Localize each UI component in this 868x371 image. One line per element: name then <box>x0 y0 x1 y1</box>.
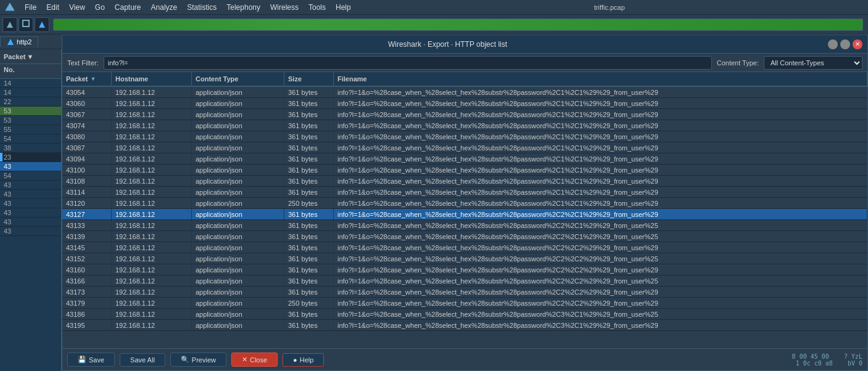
table-row[interactable]: 43133 192.168.1.12 application/json 361 … <box>62 220 867 231</box>
list-item[interactable]: 38 <box>0 144 61 153</box>
toolbar-btn-3[interactable] <box>35 17 49 32</box>
td-filename: info?l=1&o=%28case_when_%28select_hex%28… <box>334 120 867 131</box>
svg-rect-2 <box>23 20 29 26</box>
table-row[interactable]: 43186 192.168.1.12 application/json 361 … <box>62 309 867 320</box>
table-row[interactable]: 43094 192.168.1.12 application/json 361 … <box>62 153 867 165</box>
td-content-type: application/json <box>192 120 284 131</box>
menu-item-file[interactable]: File <box>20 2 41 13</box>
td-content-type: application/json <box>192 142 284 153</box>
td-packet: 43173 <box>62 287 112 297</box>
table-row[interactable]: 43067 192.168.1.12 application/json 361 … <box>62 109 867 120</box>
td-hostname: 192.168.1.12 <box>112 176 192 186</box>
help-circle-icon: ● <box>293 356 297 364</box>
td-content-type: application/json <box>192 98 284 108</box>
table-row[interactable]: 43054 192.168.1.12 application/json 361 … <box>62 87 867 98</box>
menu-item-go[interactable]: Go <box>90 2 110 13</box>
td-filename: info?l=1&o=%28case_when_%28select_hex%28… <box>334 275 867 286</box>
menu-item-view[interactable]: View <box>64 2 90 13</box>
list-item[interactable]: 43 <box>0 190 61 199</box>
td-size: 361 bytes <box>284 264 334 275</box>
td-size: 361 bytes <box>284 176 334 186</box>
th-packet: Packet ▼ <box>62 72 112 86</box>
table-row[interactable]: 43195 192.168.1.12 application/json 361 … <box>62 320 867 331</box>
list-item[interactable]: 54 <box>0 134 61 144</box>
text-filter-input[interactable] <box>104 56 712 70</box>
window-title: triffic.pcap <box>356 4 863 11</box>
list-item[interactable]: 14 <box>0 88 61 97</box>
menu-item-edit[interactable]: Edit <box>41 2 64 13</box>
menu-item-analyze[interactable]: Analyze <box>146 2 183 13</box>
menu-item-tools[interactable]: Tools <box>304 2 331 13</box>
list-item[interactable]: 23 <box>0 153 61 162</box>
preview-button[interactable]: 🔍 Preview <box>170 353 226 367</box>
list-item[interactable]: 43 <box>0 227 61 236</box>
toolbar-btn-2[interactable] <box>19 17 33 32</box>
menu-item-statistics[interactable]: Statistics <box>182 2 221 13</box>
th-hostname-label: Hostname <box>115 75 148 83</box>
table-row[interactable]: 43166 192.168.1.12 application/json 361 … <box>62 275 867 287</box>
td-hostname: 192.168.1.12 <box>112 198 192 208</box>
td-packet: 43114 <box>62 187 112 197</box>
table-row[interactable]: 43080 192.168.1.12 application/json 361 … <box>62 131 867 142</box>
table-row[interactable]: 43127 192.168.1.12 application/json 361 … <box>62 209 867 220</box>
table-row[interactable]: 43145 192.168.1.12 application/json 361 … <box>62 242 867 253</box>
menu-item-wireless[interactable]: Wireless <box>265 2 304 13</box>
svg-marker-3 <box>39 22 45 28</box>
td-filename: info?l=1&o=%28case_when_%28select_hex%28… <box>334 320 867 330</box>
table-row[interactable]: 43160 192.168.1.12 application/json 361 … <box>62 264 867 275</box>
menu-item-telephony[interactable]: Telephony <box>221 2 265 13</box>
list-item[interactable]: 43 <box>0 199 61 208</box>
list-item[interactable]: 53 <box>0 107 61 116</box>
save-all-button[interactable]: Save All <box>120 353 165 367</box>
td-hostname: 192.168.1.12 <box>112 131 192 142</box>
maximize-button[interactable] <box>840 39 850 49</box>
tab-http2[interactable]: http2 <box>0 36 38 47</box>
list-item[interactable]: 54 <box>0 171 61 181</box>
td-size: 361 bytes <box>284 220 334 230</box>
th-size: Size <box>284 72 334 86</box>
td-content-type: application/json <box>192 298 284 308</box>
table-row[interactable]: 43108 192.168.1.12 application/json 361 … <box>62 176 867 187</box>
td-size: 361 bytes <box>284 231 334 242</box>
minimize-button[interactable] <box>828 39 838 49</box>
table-row[interactable]: 43139 192.168.1.12 application/json 361 … <box>62 231 867 242</box>
table-row[interactable]: 43074 192.168.1.12 application/json 361 … <box>62 120 867 131</box>
menu-item-capture[interactable]: Capture <box>110 2 146 13</box>
content-type-select[interactable]: All Content-Types <box>764 56 862 70</box>
list-item[interactable]: 43 <box>0 218 61 227</box>
list-item[interactable]: 14 <box>0 79 61 88</box>
table-row[interactable]: 43152 192.168.1.12 application/json 361 … <box>62 253 867 264</box>
help-button[interactable]: ● Help <box>283 353 324 367</box>
list-item[interactable]: 22 <box>0 97 61 107</box>
td-filename: info?l=1&o=%28case_when_%28select_hex%28… <box>334 176 867 186</box>
packet-header-label: Packet <box>4 53 25 60</box>
table-header: Packet ▼ Hostname Content Type Size File… <box>62 72 867 87</box>
toolbar-btn-1[interactable] <box>2 17 17 32</box>
list-item[interactable]: 43 <box>0 208 61 218</box>
list-item[interactable]: 43 <box>0 181 61 190</box>
td-hostname: 192.168.1.12 <box>112 253 192 264</box>
toolbar <box>0 15 868 35</box>
table-row[interactable]: 43120 192.168.1.12 application/json 250 … <box>62 198 867 209</box>
table-row[interactable]: 43087 192.168.1.12 application/json 361 … <box>62 142 867 153</box>
td-size: 250 bytes <box>284 298 334 308</box>
list-item[interactable]: 53 <box>0 116 61 125</box>
list-item[interactable]: 43 <box>0 162 61 171</box>
td-content-type: application/json <box>192 220 284 230</box>
table-row[interactable]: 43100 192.168.1.12 application/json 361 … <box>62 165 867 176</box>
dialog-close-button[interactable]: ✕ <box>853 39 862 49</box>
close-button[interactable]: ✕ Close <box>231 353 278 367</box>
td-filename: info?l=1&o=%28case_when_%28select_hex%28… <box>334 98 867 108</box>
td-size: 361 bytes <box>284 253 334 264</box>
close-x-icon: ✕ <box>242 356 247 364</box>
td-packet: 43094 <box>62 153 112 164</box>
preview-label: Preview <box>192 356 216 364</box>
table-row[interactable]: 43173 192.168.1.12 application/json 361 … <box>62 287 867 298</box>
menu-item-help[interactable]: Help <box>331 2 356 13</box>
table-row[interactable]: 43179 192.168.1.12 application/json 250 … <box>62 298 867 309</box>
save-button[interactable]: 💾 Save <box>67 353 115 367</box>
table-row[interactable]: 43114 192.168.1.12 application/json 361 … <box>62 187 867 198</box>
td-packet: 43179 <box>62 298 112 308</box>
table-row[interactable]: 43060 192.168.1.12 application/json 361 … <box>62 98 867 109</box>
list-item[interactable]: 55 <box>0 125 61 134</box>
